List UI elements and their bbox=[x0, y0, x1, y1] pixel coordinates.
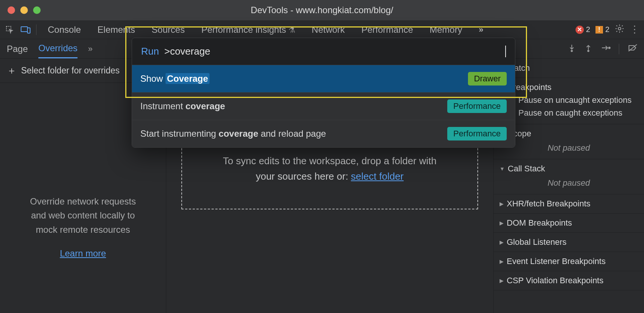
not-paused-text: Not paused bbox=[500, 175, 638, 191]
panel-tabs: Console Elements Sources Performance ins… bbox=[48, 24, 482, 35]
device-toolbar-icon[interactable] bbox=[20, 25, 31, 35]
palette-item-label: Instrument coverage bbox=[140, 101, 225, 111]
checkbox-label: Pause on uncaught exceptions bbox=[518, 95, 632, 105]
csp-breakpoints-section[interactable]: ▶CSP Violation Breakpoints bbox=[494, 271, 644, 290]
checkbox-label: Pause on caught exceptions bbox=[518, 108, 622, 118]
palette-item-tag: Performance bbox=[447, 99, 507, 113]
palette-item-tag: Drawer bbox=[468, 72, 507, 86]
tab-sources[interactable]: Sources bbox=[152, 24, 185, 35]
info-line: mock remote resources bbox=[15, 223, 151, 237]
section-label: Global Listeners bbox=[507, 237, 567, 247]
window-title: DevTools - www.hongkiat.com/blog/ bbox=[0, 5, 644, 15]
warning-icon: ! bbox=[595, 26, 603, 34]
traffic-lights bbox=[8, 6, 41, 14]
tab-performance[interactable]: Performance bbox=[361, 24, 413, 35]
section-label: CSP Violation Breakpoints bbox=[507, 276, 603, 286]
dropzone-text: your sources here or: select folder bbox=[205, 171, 455, 182]
plus-icon: ＋ bbox=[7, 64, 17, 77]
separator bbox=[36, 24, 36, 35]
callstack-section: ▼Call Stack Not paused bbox=[494, 159, 644, 194]
step-out-icon[interactable] bbox=[584, 44, 592, 54]
tab-console[interactable]: Console bbox=[48, 24, 81, 35]
section-label: DOM Breakpoints bbox=[507, 218, 572, 228]
svg-point-6 bbox=[609, 47, 610, 49]
experiment-icon: ⚗ bbox=[289, 26, 295, 34]
palette-item-tag: Performance bbox=[447, 127, 507, 140]
palette-item[interactable]: Instrument coveragePerformance bbox=[132, 93, 515, 120]
chevron-right-icon: ▶ bbox=[500, 278, 504, 284]
palette-item-label: Start instrumenting coverage and reload … bbox=[140, 128, 326, 139]
palette-input-row: Run bbox=[132, 38, 515, 65]
info-line: Override network requests bbox=[15, 194, 151, 208]
deactivate-breakpoints-icon[interactable] bbox=[627, 43, 638, 55]
dropzone-text: To sync edits to the workspace, drop a f… bbox=[205, 155, 455, 167]
not-paused-text: Not paused bbox=[500, 140, 638, 156]
chevron-right-icon: ▶ bbox=[500, 239, 504, 245]
main-toolbar: Console Elements Sources Performance ins… bbox=[0, 20, 644, 39]
override-info-text: Override network requests and web conten… bbox=[0, 194, 166, 313]
section-label: XHR/fetch Breakpoints bbox=[507, 199, 591, 209]
separator bbox=[619, 44, 619, 54]
subtab-page[interactable]: Page bbox=[7, 44, 28, 58]
tab-memory[interactable]: Memory bbox=[430, 24, 462, 35]
tab-elements[interactable]: Elements bbox=[97, 24, 135, 35]
watch-section[interactable]: ▶Watch bbox=[494, 59, 644, 78]
more-options-icon[interactable]: ⋮ bbox=[630, 24, 639, 35]
breakpoints-header[interactable]: ▼Breakpoints bbox=[500, 81, 638, 94]
xhr-breakpoints-section[interactable]: ▶XHR/fetch Breakpoints bbox=[494, 194, 644, 214]
event-listener-breakpoints-section[interactable]: ▶Event Listener Breakpoints bbox=[494, 252, 644, 271]
run-label: Run bbox=[141, 46, 159, 57]
info-line: and web content locally to bbox=[15, 208, 151, 222]
close-window-button[interactable] bbox=[8, 6, 15, 14]
breakpoints-section: ▼Breakpoints Pause on uncaught exception… bbox=[494, 78, 644, 124]
global-listeners-section[interactable]: ▶Global Listeners bbox=[494, 233, 644, 252]
tab-performance-insights[interactable]: Performance insights⚗ bbox=[201, 24, 295, 35]
tab-network[interactable]: Network bbox=[312, 24, 345, 35]
step-icon[interactable] bbox=[601, 44, 611, 54]
svg-rect-1 bbox=[21, 27, 27, 32]
dom-breakpoints-section[interactable]: ▶DOM Breakpoints bbox=[494, 214, 644, 233]
svg-rect-2 bbox=[27, 28, 30, 33]
error-count: 2 bbox=[586, 25, 590, 34]
palette-item[interactable]: Show CoverageDrawer bbox=[132, 65, 515, 93]
debugger-sidebar: ▶Watch ▼Breakpoints Pause on uncaught ex… bbox=[494, 39, 644, 313]
command-palette-input[interactable] bbox=[164, 46, 506, 57]
settings-gear-icon[interactable] bbox=[615, 24, 624, 35]
more-subtabs-icon[interactable]: » bbox=[88, 44, 91, 58]
command-palette: Run Show CoverageDrawerInstrument covera… bbox=[132, 38, 515, 148]
select-folder-label: Select folder for overrides bbox=[21, 66, 120, 76]
learn-more-link[interactable]: Learn more bbox=[60, 248, 106, 258]
more-tabs-icon[interactable]: » bbox=[479, 25, 482, 35]
callstack-header[interactable]: ▼Call Stack bbox=[500, 162, 638, 175]
chevron-right-icon: ▶ bbox=[500, 220, 504, 226]
section-label: Call Stack bbox=[508, 164, 545, 174]
window-titlebar: DevTools - www.hongkiat.com/blog/ bbox=[0, 0, 644, 20]
tab-label: Performance insights bbox=[201, 24, 286, 35]
warning-badge[interactable]: ! 2 bbox=[595, 25, 609, 34]
pause-caught-checkbox[interactable]: Pause on caught exceptions bbox=[500, 107, 638, 119]
scope-section: ▼Scope Not paused bbox=[494, 124, 644, 159]
palette-item[interactable]: Start instrumenting coverage and reload … bbox=[132, 120, 515, 147]
error-icon: ✕ bbox=[576, 26, 584, 34]
inspect-element-icon[interactable] bbox=[5, 25, 15, 35]
palette-items: Show CoverageDrawerInstrument coveragePe… bbox=[132, 65, 515, 147]
pause-uncaught-checkbox[interactable]: Pause on uncaught exceptions bbox=[500, 94, 638, 107]
svg-point-3 bbox=[618, 27, 621, 30]
step-into-icon[interactable] bbox=[568, 44, 576, 54]
palette-item-label: Show Coverage bbox=[140, 73, 210, 84]
section-label: Event Listener Breakpoints bbox=[507, 257, 606, 266]
chevron-right-icon: ▶ bbox=[500, 258, 504, 264]
svg-point-5 bbox=[588, 50, 589, 52]
minimize-window-button[interactable] bbox=[20, 6, 28, 14]
subtab-overrides[interactable]: Overrides bbox=[38, 43, 77, 58]
error-badge[interactable]: ✕ 2 bbox=[576, 25, 590, 34]
chevron-right-icon: ▶ bbox=[500, 201, 504, 207]
svg-point-4 bbox=[571, 50, 573, 52]
scope-header[interactable]: ▼Scope bbox=[500, 127, 638, 140]
maximize-window-button[interactable] bbox=[33, 6, 41, 14]
chevron-down-icon: ▼ bbox=[500, 166, 505, 172]
toolbar-right-controls: ✕ 2 ! 2 ⋮ bbox=[576, 24, 639, 35]
warning-count: 2 bbox=[605, 25, 609, 34]
dropzone-text-pre: your sources here or: bbox=[256, 171, 351, 182]
select-folder-link[interactable]: select folder bbox=[351, 171, 404, 182]
